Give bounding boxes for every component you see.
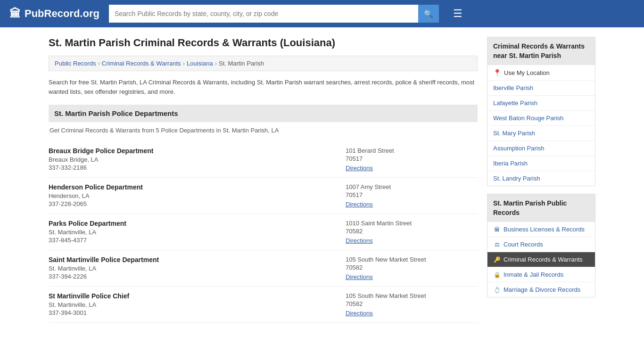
- sidebar-item-parish[interactable]: St. Landry Parish: [487, 171, 595, 186]
- dept-zip: 70582: [346, 300, 478, 307]
- sidebar-item-record-type[interactable]: 🏛 Business Licenses & Records: [487, 222, 595, 237]
- dept-phone: 337-394-2226: [49, 273, 336, 280]
- nearby-box: Criminal Records & Warrants near St. Mar…: [487, 37, 595, 186]
- dept-address: 105 South New Market Street: [346, 292, 478, 299]
- dept-zip: 70582: [346, 264, 478, 271]
- menu-button[interactable]: ☰: [453, 8, 462, 20]
- dept-phone: 337-228-2065: [49, 200, 336, 207]
- breadcrumb-current: St. Martin Parish: [219, 60, 264, 67]
- record-type-label: Inmate & Jail Records: [504, 271, 563, 278]
- dept-address: 101 Berard Street: [346, 147, 478, 154]
- record-type-icon: 💍: [493, 287, 501, 293]
- public-records-box: St. Martin Parish Public Records 🏛 Busin…: [487, 194, 595, 297]
- directions-link[interactable]: Directions: [346, 165, 373, 172]
- search-button[interactable]: 🔍: [418, 5, 439, 23]
- dept-location: 105 South New Market Street 70582 Direct…: [346, 256, 478, 280]
- site-header: 🏛 PubRecord.org 🔍 ☰: [0, 0, 644, 27]
- search-icon: 🔍: [424, 10, 433, 18]
- sidebar-item-record-type[interactable]: 🔒 Inmate & Jail Records: [487, 267, 595, 282]
- breadcrumb-louisiana[interactable]: Louisiana: [187, 60, 213, 67]
- page-title: St. Martin Parish Criminal Records & War…: [49, 37, 478, 49]
- dept-location: 105 South New Market Street 70582 Direct…: [346, 292, 478, 317]
- record-type-label: Marriage & Divorce Records: [504, 286, 580, 293]
- breadcrumb-criminal-records[interactable]: Criminal Records & Warrants: [102, 60, 181, 67]
- sidebar: Criminal Records & Warrants near St. Mar…: [487, 37, 595, 323]
- record-type-icon: 🔒: [493, 272, 501, 278]
- logo-icon: 🏛: [9, 7, 21, 20]
- content-area: St. Martin Parish Criminal Records & War…: [49, 37, 478, 323]
- dept-name: St Martinville Police Chief: [49, 292, 336, 300]
- department-list: Breaux Bridge Police Department Breaux B…: [49, 141, 478, 323]
- dept-city: Henderson, LA: [49, 192, 336, 199]
- sidebar-item-parish[interactable]: St. Mary Parish: [487, 126, 595, 141]
- dept-info: Henderson Police Department Henderson, L…: [49, 183, 346, 208]
- directions-link[interactable]: Directions: [346, 273, 373, 280]
- nearby-parishes: Iberville ParishLafayette ParishWest Bat…: [487, 81, 595, 186]
- sidebar-item-parish[interactable]: Iberville Parish: [487, 81, 595, 96]
- dept-city: St. Martinville, LA: [49, 301, 336, 308]
- menu-icon: ☰: [453, 8, 462, 19]
- dept-info: Breaux Bridge Police Department Breaux B…: [49, 147, 346, 172]
- record-type-label: Business Licenses & Records: [504, 226, 585, 233]
- breadcrumb-sep-2: ›: [183, 60, 185, 67]
- search-input[interactable]: [109, 5, 418, 23]
- record-type-icon: 🔑: [493, 256, 501, 263]
- record-type-icon: ⚖: [493, 241, 501, 248]
- directions-link[interactable]: Directions: [346, 237, 373, 244]
- directions-link[interactable]: Directions: [346, 201, 373, 208]
- breadcrumb-sep-3: ›: [215, 60, 217, 67]
- page-description: Search for free St. Martin Parish, LA Cr…: [49, 78, 478, 96]
- dept-address: 1010 Saint Martin Street: [346, 220, 478, 227]
- dept-zip: 70517: [346, 191, 478, 198]
- dept-info: Parks Police Department St. Martinville,…: [49, 220, 346, 244]
- record-type-icon: 🏛: [493, 226, 501, 233]
- search-area: 🔍: [109, 5, 439, 23]
- sidebar-item-parish[interactable]: Assumption Parish: [487, 141, 595, 156]
- dept-address: 1007 Amy Street: [346, 183, 478, 190]
- dept-phone: 337-332-2186: [49, 164, 336, 171]
- public-records-items: 🏛 Business Licenses & Records ⚖ Court Re…: [487, 222, 595, 297]
- use-location-item[interactable]: 📍 Use My Location: [487, 65, 595, 81]
- dept-phone: 337-845-4377: [49, 237, 336, 244]
- breadcrumb-sep-1: ›: [98, 60, 99, 67]
- dept-zip: 70582: [346, 228, 478, 235]
- dept-location: 1007 Amy Street 70517 Directions: [346, 183, 478, 208]
- record-type-label: Court Records: [504, 241, 543, 248]
- use-location-label: Use My Location: [504, 69, 550, 76]
- dept-city: St. Martinville, LA: [49, 265, 336, 272]
- sidebar-item-parish[interactable]: West Baton Rouge Parish: [487, 111, 595, 126]
- sidebar-item-record-type[interactable]: 💍 Marriage & Divorce Records: [487, 282, 595, 297]
- logo[interactable]: 🏛 PubRecord.org: [9, 7, 99, 20]
- dept-location: 101 Berard Street 70517 Directions: [346, 147, 478, 172]
- dept-phone: 337-394-3001: [49, 309, 336, 316]
- section-subtext: Get Criminal Records & Warrants from 5 P…: [49, 127, 478, 134]
- main-container: St. Martin Parish Criminal Records & War…: [39, 27, 605, 332]
- public-records-title: St. Martin Parish Public Records: [487, 194, 595, 222]
- table-row: Henderson Police Department Henderson, L…: [49, 178, 478, 214]
- dept-info: St Martinville Police Chief St. Martinvi…: [49, 292, 346, 317]
- table-row: Breaux Bridge Police Department Breaux B…: [49, 141, 478, 178]
- breadcrumb: Public Records › Criminal Records & Warr…: [49, 56, 478, 71]
- dept-address: 105 South New Market Street: [346, 256, 478, 263]
- table-row: St Martinville Police Chief St. Martinvi…: [49, 287, 478, 323]
- sidebar-item-parish[interactable]: Lafayette Parish: [487, 96, 595, 111]
- sidebar-item-record-type[interactable]: ⚖ Court Records: [487, 237, 595, 252]
- dept-name: Breaux Bridge Police Department: [49, 147, 336, 155]
- dept-city: St. Martinville, LA: [49, 229, 336, 236]
- dept-name: Parks Police Department: [49, 220, 336, 227]
- record-type-label: Criminal Records & Warrants: [504, 256, 583, 263]
- section-header: St. Martin Parish Police Departments: [49, 105, 478, 122]
- nearby-title: Criminal Records & Warrants near St. Mar…: [487, 37, 595, 65]
- dept-city: Breaux Bridge, LA: [49, 156, 336, 163]
- table-row: Parks Police Department St. Martinville,…: [49, 214, 478, 250]
- sidebar-item-parish[interactable]: Iberia Parish: [487, 156, 595, 171]
- dept-location: 1010 Saint Martin Street 70582 Direction…: [346, 220, 478, 244]
- table-row: Saint Martinville Police Department St. …: [49, 250, 478, 287]
- dept-info: Saint Martinville Police Department St. …: [49, 256, 346, 280]
- breadcrumb-public-records[interactable]: Public Records: [55, 60, 96, 67]
- sidebar-item-record-type[interactable]: 🔑 Criminal Records & Warrants: [487, 252, 595, 267]
- dept-name: Saint Martinville Police Department: [49, 256, 336, 263]
- directions-link[interactable]: Directions: [346, 310, 373, 317]
- logo-text: PubRecord.org: [25, 8, 99, 20]
- location-icon: 📍: [493, 69, 501, 76]
